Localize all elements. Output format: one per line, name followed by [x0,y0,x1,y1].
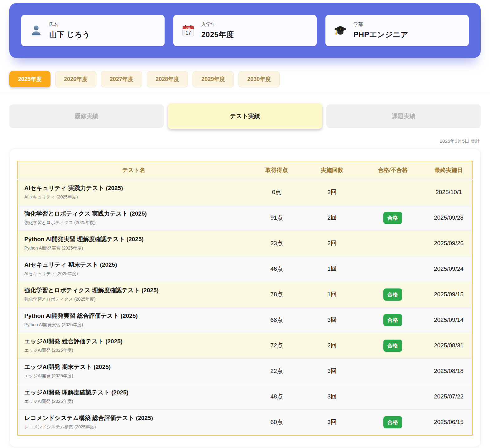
last-taken-date: 2025/09/28 [425,205,472,231]
student-name: 山下 じろう [49,30,90,40]
faculty-name: PHPエンジニア [353,30,408,40]
last-taken-date: 2025/09/26 [425,231,472,256]
attempts-cell: 3回 [304,409,360,435]
last-taken-date: 2025/09/14 [425,307,472,333]
calendar-icon: JUL 17 [181,24,195,37]
test-table-body: AIセキュリティ 実践力テスト (2025) AIセキュリティ (2025年度)… [18,179,472,435]
score-cell: 78点 [249,282,304,307]
year-tab[interactable]: 2027年度 [101,71,142,87]
result-cell: 合格 [360,333,425,358]
score-cell: 68点 [249,307,304,333]
course-name: AIセキュリティ (2025年度) [24,271,246,277]
pass-badge: 合格 [383,416,402,428]
section-tabs: 履修実績テスト実績課題実績 [9,103,481,129]
test-name: 強化学習とロボティクス 実践力テスト (2025) [24,210,246,218]
section-tab[interactable]: 履修実績 [9,104,164,128]
year-tab[interactable]: 2025年度 [9,71,50,87]
last-taken-date: 2025/08/31 [425,333,472,358]
score-cell: 22点 [249,358,304,384]
student-info-banner: 氏名 山下 じろう JUL 17 入学年 2025年度 [9,3,481,58]
attempts-cell: 1回 [304,282,360,307]
result-cell: 合格 [360,205,425,231]
pass-badge: 合格 [383,340,402,352]
result-cell [360,256,425,282]
attempts-cell: 3回 [304,358,360,384]
pass-badge: 合格 [383,288,402,301]
table-row: AIセキュリティ 期末テスト (2025) AIセキュリティ (2025年度) … [18,256,472,282]
test-name: エッジAI開発 総合評価テスト (2025) [24,337,246,346]
aggregation-date: 2026年3月5日 集計 [10,138,480,144]
test-results-card: テスト名 取得得点 実施回数 合格/不合格 最終実施日 AIセキュリティ 実践力… [9,149,481,447]
test-results-table: テスト名 取得得点 実施回数 合格/不合格 最終実施日 AIセキュリティ 実践力… [17,161,473,436]
result-cell [360,179,425,205]
attempts-cell: 2回 [304,231,360,256]
column-attempts: 実施回数 [304,161,360,179]
last-taken-date: 2025/06/15 [425,409,472,435]
column-test-name: テスト名 [18,161,249,179]
field-label: 氏名 [49,21,90,27]
course-name: 強化学習とロボティクス (2025年度) [24,297,246,302]
attempts-cell: 2回 [304,205,360,231]
graduation-cap-icon [334,24,347,37]
section-tab[interactable]: 課題実績 [326,104,481,128]
student-name-field: 氏名 山下 じろう [49,21,90,40]
attempts-cell: 3回 [304,384,360,409]
year-tab[interactable]: 2028年度 [147,71,188,87]
test-name: Python AI開発実習 総合評価テスト (2025) [24,312,246,320]
table-header-row: テスト名 取得得点 実施回数 合格/不合格 最終実施日 [18,161,472,179]
column-last-date: 最終実施日 [425,161,472,179]
student-name-card: 氏名 山下 じろう [21,15,165,46]
course-name: エッジAI開発 (2025年度) [24,348,246,353]
year-tabs: 2025年度2026年度2027年度2028年度2029年度2030年度 [9,71,481,87]
year-tab[interactable]: 2029年度 [193,71,234,87]
enrollment-year-field: 入学年 2025年度 [201,21,234,40]
attempts-cell: 2回 [304,179,360,205]
column-score: 取得得点 [249,161,304,179]
score-cell: 46点 [249,256,304,282]
result-cell: 合格 [360,307,425,333]
course-name: エッジAI開発 (2025年度) [24,399,246,404]
test-name: レコメンドシステム構築 総合評価テスト (2025) [24,414,246,422]
table-row: エッジAI開発 期末テスト (2025) エッジAI開発 (2025年度) 22… [18,358,472,384]
last-taken-date: 2025/07/22 [425,384,472,409]
section-tab[interactable]: テスト実績 [168,103,322,129]
score-cell: 0点 [249,179,304,205]
attempts-cell: 1回 [304,256,360,282]
table-row: AIセキュリティ 実践力テスト (2025) AIセキュリティ (2025年度)… [18,179,472,205]
table-row: Python AI開発実習 総合評価テスト (2025) Python AI開発… [18,307,472,333]
table-row: 強化学習とロボティクス 理解度確認テスト (2025) 強化学習とロボティクス … [18,282,472,307]
result-cell: 合格 [360,409,425,435]
divider [0,93,490,93]
enrollment-year: 2025年度 [201,30,234,40]
year-tab[interactable]: 2026年度 [55,71,96,87]
table-row: エッジAI開発 総合評価テスト (2025) エッジAI開発 (2025年度) … [18,333,472,358]
pass-badge: 合格 [383,212,402,224]
column-pass-fail: 合格/不合格 [360,161,425,179]
test-name: AIセキュリティ 期末テスト (2025) [24,261,246,269]
person-icon [29,24,43,37]
svg-text:JUL: JUL [186,27,190,29]
score-cell: 91点 [249,205,304,231]
last-taken-date: 2025/09/24 [425,256,472,282]
attempts-cell: 2回 [304,333,360,358]
course-name: AIセキュリティ (2025年度) [24,194,246,200]
course-name: Python AI開発実習 (2025年度) [24,322,246,328]
result-cell [360,231,425,256]
last-taken-date: 2025/08/18 [425,358,472,384]
test-name: AIセキュリティ 実践力テスト (2025) [24,184,246,192]
test-name: エッジAI開発 理解度確認テスト (2025) [24,388,246,397]
course-name: 強化学習とロボティクス (2025年度) [24,220,246,226]
table-row: Python AI開発実習 理解度確認テスト (2025) Python AI開… [18,231,472,256]
result-cell: 合格 [360,282,425,307]
last-taken-date: 2025/09/15 [425,282,472,307]
enrollment-year-card: JUL 17 入学年 2025年度 [173,15,317,46]
attempts-cell: 3回 [304,307,360,333]
test-name: エッジAI開発 期末テスト (2025) [24,363,246,371]
result-cell [360,384,425,409]
course-name: レコメンドシステム構築 (2025年度) [24,424,246,430]
table-row: エッジAI開発 理解度確認テスト (2025) エッジAI開発 (2025年度)… [18,384,472,409]
field-label: 入学年 [201,21,234,27]
field-label: 学部 [353,21,408,27]
year-tab[interactable]: 2030年度 [238,71,280,87]
test-name: 強化学習とロボティクス 理解度確認テスト (2025) [24,286,246,294]
